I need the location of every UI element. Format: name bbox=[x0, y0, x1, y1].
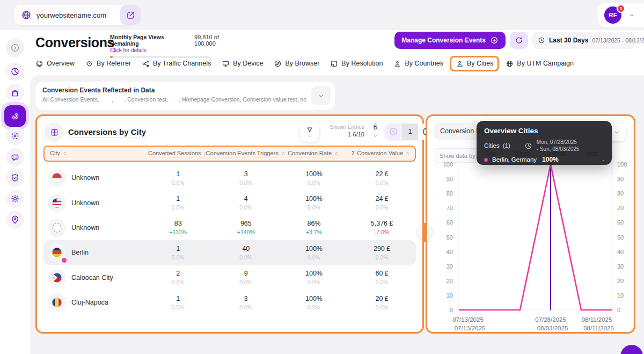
sidebar-item-collapse[interactable] bbox=[6, 39, 24, 57]
cell-delta: 0.0% bbox=[212, 304, 280, 310]
sidebar-item-target[interactable] bbox=[6, 127, 24, 145]
tab-by-utm-campaign[interactable]: By UTM Campaign bbox=[506, 60, 574, 68]
conversion-rate-chart[interactable]: 0010102020303040405050606070708080909010… bbox=[427, 158, 634, 334]
chart-tooltip: Overview Cities Cities (1) Mon, 07/28/20… bbox=[477, 121, 612, 165]
table-row-caloocan-city[interactable]: Caloocan City20.0%90.0%100%0.0%60 £0.0% bbox=[43, 265, 416, 290]
column-header-conversion-events-triggers[interactable]: Conversion Events Triggers bbox=[212, 150, 280, 157]
website-selector[interactable]: yourwebsitename.com bbox=[14, 5, 136, 25]
sort-icon bbox=[405, 151, 411, 156]
tab-by-resolution[interactable]: By Resolution bbox=[330, 60, 383, 68]
date-range-picker[interactable]: Last 30 Days 07/13/2025 - 08/12/2025 bbox=[532, 32, 635, 49]
cell-delta: 0.0% bbox=[348, 179, 416, 186]
account-menu[interactable]: RF 1 bbox=[598, 3, 644, 27]
city-name: Caloocan City bbox=[71, 274, 113, 281]
utm-campaign-icon bbox=[506, 60, 514, 68]
conversions-spiral-icon bbox=[10, 111, 20, 121]
column-header-converted-sessions[interactable]: Converted Sessions bbox=[144, 150, 212, 157]
metric-cell: 10.0% bbox=[144, 195, 212, 211]
cell-delta: +140% bbox=[212, 229, 280, 235]
sidebar-item-settings-gear[interactable] bbox=[6, 190, 24, 208]
table-row-berlin[interactable]: Berlin10.0%400.0%100%0.0%290 £0.0% bbox=[43, 240, 416, 265]
tab-by-device[interactable]: By Device bbox=[222, 60, 263, 68]
svg-text:70: 70 bbox=[617, 205, 624, 211]
metric-cell: 290 £0.0% bbox=[348, 245, 416, 261]
refresh-button[interactable] bbox=[510, 32, 528, 49]
column-header-city[interactable]: City bbox=[45, 150, 144, 157]
tab-label: By Traffic Channels bbox=[153, 60, 211, 67]
table-row-cluj-napoca[interactable]: Cluj-Napoca10.0%30.0%100%0.0%20 £0.0% bbox=[43, 290, 416, 315]
column-header--conversion-value[interactable]: Σ Conversion Value bbox=[347, 150, 415, 157]
cell-delta: 0.0% bbox=[348, 254, 416, 261]
city-name: Berlin bbox=[71, 249, 89, 256]
germany-flag-icon bbox=[52, 247, 62, 258]
events-bar-expand-button[interactable] bbox=[311, 86, 331, 105]
shopping-bag-icon bbox=[10, 88, 20, 98]
column-header-conversion-rate[interactable]: Conversion Rate bbox=[280, 150, 347, 157]
manage-conversion-events-button[interactable]: Manage Conversion Events bbox=[394, 32, 506, 49]
flag-chip bbox=[48, 219, 66, 237]
flag-chip bbox=[48, 194, 66, 212]
metric-cell: 86%+3.7% bbox=[280, 220, 348, 235]
page-views-quota: Monthly Page Views Remaining 99,810 of 1… bbox=[110, 34, 239, 58]
svg-text:50: 50 bbox=[617, 234, 624, 241]
collapse-icon bbox=[10, 43, 20, 53]
table-row-unknown[interactable]: Unknown10.0%30.0%100%0.0%22 £0.0% bbox=[43, 165, 416, 190]
unknown-flag-icon bbox=[52, 222, 62, 233]
tab-by-referrer[interactable]: By Referrer bbox=[85, 60, 131, 68]
sidebar-item-location-pin[interactable] bbox=[6, 211, 24, 229]
previous-page-button[interactable] bbox=[385, 124, 402, 140]
avatar-initials: RF bbox=[609, 12, 617, 18]
shown-entries-value: 1-6/10 bbox=[324, 131, 364, 138]
selected-series-marker bbox=[62, 258, 67, 263]
tab-by-countries[interactable]: By Countries bbox=[393, 60, 443, 68]
usa-flag-icon bbox=[52, 198, 62, 208]
table-row-unknown[interactable]: Unknown10.0%40.0%100%0.0%24 £0.0% bbox=[43, 190, 416, 215]
chat-bubble-icon bbox=[10, 153, 20, 162]
countries-icon bbox=[393, 60, 401, 68]
svg-text:- 08/11/2025: - 08/11/2025 bbox=[580, 325, 614, 331]
tooltip-date-line1: Mon, 07/28/2025 bbox=[537, 139, 577, 145]
quota-details-link[interactable]: Click for details bbox=[110, 47, 239, 53]
floating-action-button[interactable] bbox=[620, 345, 643, 354]
svg-text:60: 60 bbox=[447, 219, 453, 226]
city-name: Unknown bbox=[71, 174, 99, 182]
sidebar-item-shopping-bag[interactable] bbox=[6, 84, 24, 102]
page-size-selector[interactable]: 6 bbox=[370, 124, 380, 141]
date-preset: Last 30 Days bbox=[549, 37, 588, 44]
table-row-unknown[interactable]: Unknown83+110%965+140%86%+3.7%5,376 £-7.… bbox=[43, 215, 416, 240]
refresh-icon bbox=[515, 36, 523, 45]
column-label: Conversion Rate bbox=[288, 150, 332, 157]
cell-value: 100% bbox=[280, 270, 348, 277]
svg-text:30: 30 bbox=[617, 263, 624, 270]
browser-icon bbox=[274, 60, 282, 68]
sort-icon bbox=[334, 151, 339, 156]
column-label: City bbox=[50, 150, 60, 157]
tab-label: By UTM Campaign bbox=[517, 60, 574, 67]
cell-delta: 0.0% bbox=[144, 179, 212, 186]
tab-overview[interactable]: Overview bbox=[35, 60, 75, 68]
cell-value: 60 £ bbox=[348, 270, 416, 277]
tab-by-browser[interactable]: By Browser bbox=[274, 60, 319, 68]
tab-by-traffic-channels[interactable]: By Traffic Channels bbox=[142, 60, 211, 68]
sidebar-item-conversions-spiral[interactable] bbox=[4, 105, 26, 127]
sidebar-item-pie-chart[interactable] bbox=[6, 62, 24, 81]
metric-cell: 30.0% bbox=[212, 170, 280, 186]
metric-cell: 20 £0.0% bbox=[348, 295, 416, 310]
cell-delta: 0.0% bbox=[348, 204, 416, 211]
tab-label: By Resolution bbox=[341, 60, 383, 67]
tooltip-title: Overview Cities bbox=[484, 127, 604, 135]
settings-gear-icon bbox=[10, 194, 20, 204]
svg-text:40: 40 bbox=[617, 249, 624, 255]
tab-by-cities[interactable]: By Cities bbox=[450, 56, 499, 71]
metric-cell: 100%0.0% bbox=[280, 195, 348, 211]
resolution-icon bbox=[330, 60, 338, 68]
tabs-nav: OverviewBy ReferrerBy Traffic ChannelsBy… bbox=[35, 55, 574, 71]
sidebar-item-chat-bubble[interactable] bbox=[6, 148, 24, 167]
open-website-button[interactable] bbox=[120, 5, 141, 25]
table-filter-button[interactable] bbox=[300, 122, 319, 142]
cell-delta: 0.0% bbox=[280, 254, 348, 261]
buildings-icon bbox=[50, 128, 59, 137]
sidebar-item-shield-check[interactable] bbox=[6, 169, 24, 187]
column-label: Conversion Events Triggers bbox=[206, 150, 279, 157]
manage-button-label: Manage Conversion Events bbox=[401, 37, 486, 44]
